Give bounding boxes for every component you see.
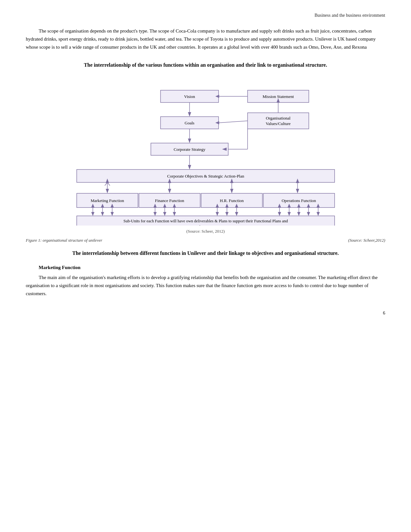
svg-marker-20 bbox=[188, 165, 191, 169]
svg-marker-77 bbox=[307, 212, 310, 216]
figure-caption-right: (Source: Scheer,2012) bbox=[348, 238, 385, 243]
svg-marker-68 bbox=[278, 212, 281, 216]
operations-function-label: Operations Function bbox=[281, 198, 316, 203]
svg-marker-50 bbox=[153, 212, 157, 216]
corp-obj-label: Corporate Objectives & Strategic Action-… bbox=[167, 174, 244, 179]
svg-marker-28 bbox=[168, 189, 171, 193]
figure-caption: Figure 1: organisational structure of un… bbox=[26, 238, 385, 243]
svg-marker-56 bbox=[173, 212, 176, 216]
svg-text:Objectives.: Objectives. bbox=[196, 225, 215, 226]
corp-strategy-label: Corporate Strategy bbox=[173, 147, 205, 152]
vision-label: Vision bbox=[184, 94, 195, 99]
intro-paragraph: The scope of organisation depends on the… bbox=[26, 27, 385, 51]
svg-line-9 bbox=[219, 121, 248, 123]
svg-marker-74 bbox=[297, 212, 300, 216]
svg-marker-80 bbox=[317, 212, 320, 216]
mission-statement-label: Mission Statement bbox=[262, 94, 294, 99]
figure-caption-left: Figure 1: organisational structure of un… bbox=[26, 238, 102, 243]
finance-function-label: Finance Function bbox=[155, 198, 184, 203]
svg-marker-14 bbox=[188, 139, 191, 143]
svg-marker-41 bbox=[91, 212, 94, 216]
diagram-heading: The interrelationship of the various fun… bbox=[26, 61, 385, 69]
svg-marker-47 bbox=[111, 212, 114, 216]
svg-text:Values/Culture: Values/Culture bbox=[266, 121, 290, 126]
svg-marker-34 bbox=[296, 189, 299, 193]
svg-marker-59 bbox=[216, 212, 219, 216]
section2-heading: The interrelationship between different … bbox=[26, 249, 385, 257]
page-number: 6 bbox=[26, 311, 385, 316]
svg-marker-65 bbox=[235, 212, 238, 216]
svg-marker-62 bbox=[225, 212, 229, 216]
marketing-subheading: Marketing Function bbox=[39, 265, 385, 270]
subunits-label: Sub-Units for each Function will have ow… bbox=[123, 219, 288, 223]
svg-marker-5 bbox=[188, 112, 191, 117]
svg-marker-71 bbox=[288, 212, 291, 216]
marketing-paragraph: The main aim of the organisation's marke… bbox=[26, 274, 385, 297]
svg-marker-31 bbox=[230, 189, 233, 193]
org-values-label: Organisational bbox=[266, 116, 290, 121]
svg-rect-7 bbox=[248, 113, 309, 129]
hr-function-label: H.R. Function bbox=[220, 198, 244, 203]
svg-marker-44 bbox=[101, 212, 104, 216]
org-diagram: Mission Statement Vision Goals Organisat… bbox=[26, 81, 385, 226]
svg-marker-53 bbox=[163, 212, 166, 216]
page-header: Business and the business environment bbox=[26, 13, 385, 18]
svg-marker-25 bbox=[106, 189, 109, 193]
goals-label: Goals bbox=[184, 121, 194, 125]
marketing-function-label: Marketing Function bbox=[91, 198, 124, 203]
source-caption: (Source: Scheer, 2012) bbox=[26, 229, 385, 234]
